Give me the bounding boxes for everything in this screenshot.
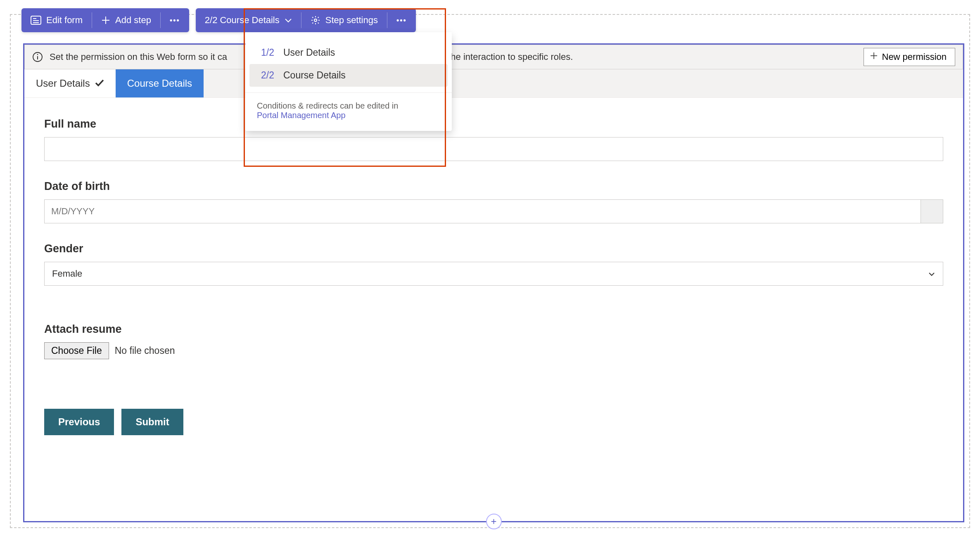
gender-select[interactable]: Female xyxy=(44,262,943,286)
toolbar-step: 2/2 Course Details Step settings ••• xyxy=(196,8,416,32)
more-icon: ••• xyxy=(396,16,407,25)
info-text-left: Set the permission on this Web form so i… xyxy=(50,52,227,62)
step-more-button[interactable]: ••• xyxy=(387,8,416,32)
tab-course-details[interactable]: Course Details xyxy=(116,69,204,97)
toolbar-form: Edit form Add step ••• xyxy=(21,8,189,32)
check-icon xyxy=(95,78,104,89)
step-dropdown-item-course-details[interactable]: 2/2 Course Details xyxy=(249,64,448,87)
step-selector-button[interactable]: 2/2 Course Details xyxy=(196,8,301,32)
new-permission-label: New permission xyxy=(882,52,947,62)
step-index: 1/2 xyxy=(261,47,274,58)
tab-label: User Details xyxy=(36,78,90,89)
field-date-of-birth: Date of birth xyxy=(44,180,943,223)
plus-icon: + xyxy=(491,516,496,527)
choose-file-button[interactable]: Choose File xyxy=(44,342,109,359)
dob-input-wrap xyxy=(44,199,943,223)
gender-value: Female xyxy=(52,268,82,279)
chevron-down-icon xyxy=(928,268,935,279)
attach-resume-label: Attach resume xyxy=(44,323,943,336)
step-settings-button[interactable]: Step settings xyxy=(301,8,387,32)
tab-label: Course Details xyxy=(127,78,192,89)
dob-label: Date of birth xyxy=(44,180,943,193)
svg-point-9 xyxy=(37,54,38,55)
field-full-name: Full name xyxy=(44,118,943,161)
calendar-button[interactable] xyxy=(921,200,943,223)
info-icon xyxy=(32,52,43,62)
portal-management-link[interactable]: Portal Management App xyxy=(257,111,346,120)
toolbar-more-button[interactable]: ••• xyxy=(161,8,189,32)
step-label: User Details xyxy=(283,47,335,58)
dropdown-footer-text: Conditions & redirects can be edited in xyxy=(257,101,398,110)
step-label: Course Details xyxy=(283,70,346,81)
plus-icon xyxy=(870,52,878,62)
design-toolbars: Edit form Add step ••• 2/2 Course Detail… xyxy=(21,8,416,32)
submit-button[interactable]: Submit xyxy=(121,409,183,435)
form-action-row: Previous Submit xyxy=(44,409,943,435)
form-body: Full name Date of birth Gender Female At… xyxy=(24,98,963,443)
edit-form-label: Edit form xyxy=(46,15,83,26)
full-name-label: Full name xyxy=(44,118,943,130)
no-file-chosen-text: No file chosen xyxy=(115,345,175,356)
svg-point-6 xyxy=(314,19,317,21)
previous-button[interactable]: Previous xyxy=(44,409,114,435)
more-icon: ••• xyxy=(170,16,180,25)
step-indicator-label: 2/2 Course Details xyxy=(205,15,280,26)
dropdown-footer: Conditions & redirects can be edited in … xyxy=(245,99,452,122)
form-panel: Set the permission on this Web form so i… xyxy=(23,43,964,522)
form-icon xyxy=(31,16,41,25)
step-dropdown-menu: 1/2 User Details 2/2 Course Details Cond… xyxy=(245,32,452,131)
field-gender: Gender Female xyxy=(44,242,943,286)
new-permission-button[interactable]: New permission xyxy=(864,48,956,66)
tab-user-details[interactable]: User Details xyxy=(24,69,116,97)
file-input-row: Choose File No file chosen xyxy=(44,342,943,359)
chevron-down-icon xyxy=(285,18,292,23)
dob-input[interactable] xyxy=(45,200,921,223)
field-attach-resume: Attach resume Choose File No file chosen xyxy=(44,323,943,359)
gear-icon xyxy=(311,15,320,25)
edit-form-button[interactable]: Edit form xyxy=(21,8,92,32)
step-tabs: User Details Course Details xyxy=(24,69,963,98)
step-index: 2/2 xyxy=(261,70,274,81)
dropdown-divider xyxy=(245,92,452,93)
plus-icon xyxy=(101,16,110,25)
add-section-handle[interactable]: + xyxy=(486,514,502,529)
step-settings-label: Step settings xyxy=(325,15,378,26)
permission-info-bar: Set the permission on this Web form so i… xyxy=(24,45,963,69)
gender-label: Gender xyxy=(44,242,943,255)
add-step-button[interactable]: Add step xyxy=(92,8,160,32)
step-dropdown-item-user-details[interactable]: 1/2 User Details xyxy=(249,41,448,64)
add-step-label: Add step xyxy=(115,15,151,26)
full-name-input[interactable] xyxy=(44,137,943,161)
